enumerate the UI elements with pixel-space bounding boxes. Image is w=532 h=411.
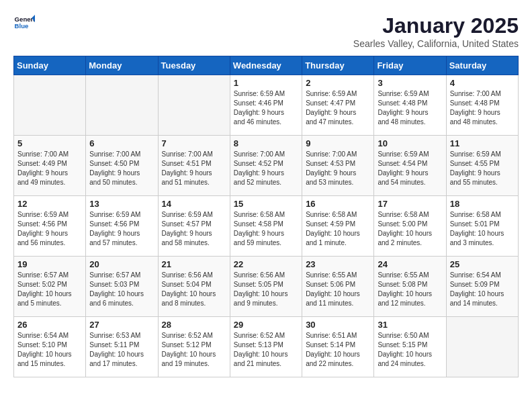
calendar-cell: 13Sunrise: 6:59 AM Sunset: 4:56 PM Dayli… (86, 196, 158, 257)
calendar-cell (14, 75, 86, 136)
day-info: Sunrise: 6:50 AM Sunset: 5:15 PM Dayligh… (378, 331, 442, 369)
day-info: Sunrise: 6:55 AM Sunset: 5:06 PM Dayligh… (306, 271, 370, 308)
calendar-cell: 20Sunrise: 6:57 AM Sunset: 5:03 PM Dayli… (86, 257, 158, 317)
calendar-cell: 24Sunrise: 6:55 AM Sunset: 5:08 PM Dayli… (374, 257, 446, 317)
day-number: 15 (234, 199, 298, 209)
calendar-cell: 3Sunrise: 6:59 AM Sunset: 4:48 PM Daylig… (374, 75, 446, 136)
page-header: General Blue January 2025 Searles Valley… (13, 13, 519, 49)
header-friday: Friday (374, 56, 446, 75)
calendar-cell: 28Sunrise: 6:52 AM Sunset: 5:12 PM Dayli… (158, 317, 230, 377)
day-info: Sunrise: 6:51 AM Sunset: 5:14 PM Dayligh… (306, 331, 370, 369)
calendar-cell: 11Sunrise: 6:59 AM Sunset: 4:55 PM Dayli… (446, 136, 518, 196)
calendar-cell (158, 75, 230, 136)
logo-icon: General Blue (13, 13, 35, 32)
calendar-header-row: SundayMondayTuesdayWednesdayThursdayFrid… (14, 56, 519, 75)
day-number: 20 (89, 259, 154, 269)
day-number: 21 (162, 259, 226, 269)
calendar-cell (446, 317, 518, 377)
day-number: 25 (450, 259, 515, 269)
calendar-cell: 19Sunrise: 6:57 AM Sunset: 5:02 PM Dayli… (14, 257, 86, 317)
day-info: Sunrise: 6:59 AM Sunset: 4:48 PM Dayligh… (378, 89, 442, 127)
calendar-cell: 14Sunrise: 6:59 AM Sunset: 4:57 PM Dayli… (158, 196, 230, 257)
day-number: 18 (450, 199, 515, 209)
day-info: Sunrise: 6:57 AM Sunset: 5:02 PM Dayligh… (17, 271, 82, 308)
day-info: Sunrise: 7:00 AM Sunset: 4:53 PM Dayligh… (306, 150, 370, 187)
day-number: 9 (306, 138, 370, 148)
day-info: Sunrise: 6:57 AM Sunset: 5:03 PM Dayligh… (89, 271, 154, 308)
day-number: 19 (17, 259, 82, 269)
day-number: 7 (162, 138, 226, 148)
calendar-week-row: 12Sunrise: 6:59 AM Sunset: 4:56 PM Dayli… (14, 196, 519, 257)
day-info: Sunrise: 6:53 AM Sunset: 5:11 PM Dayligh… (89, 331, 154, 369)
calendar-week-row: 1Sunrise: 6:59 AM Sunset: 4:46 PM Daylig… (14, 75, 519, 136)
day-info: Sunrise: 7:00 AM Sunset: 4:52 PM Dayligh… (234, 150, 298, 187)
calendar-cell: 4Sunrise: 7:00 AM Sunset: 4:48 PM Daylig… (446, 75, 518, 136)
calendar-cell: 12Sunrise: 6:59 AM Sunset: 4:56 PM Dayli… (14, 196, 86, 257)
day-info: Sunrise: 7:00 AM Sunset: 4:50 PM Dayligh… (89, 150, 154, 187)
day-number: 1 (234, 78, 298, 88)
calendar-cell: 5Sunrise: 7:00 AM Sunset: 4:49 PM Daylig… (14, 136, 86, 196)
title-block: January 2025 Searles Valley, California,… (353, 13, 519, 49)
day-info: Sunrise: 7:00 AM Sunset: 4:49 PM Dayligh… (17, 150, 82, 187)
day-number: 17 (378, 199, 442, 209)
calendar-cell: 21Sunrise: 6:56 AM Sunset: 5:04 PM Dayli… (158, 257, 230, 317)
day-info: Sunrise: 6:59 AM Sunset: 4:56 PM Dayligh… (17, 210, 82, 248)
header-thursday: Thursday (302, 56, 374, 75)
calendar-cell: 25Sunrise: 6:54 AM Sunset: 5:09 PM Dayli… (446, 257, 518, 317)
day-info: Sunrise: 6:54 AM Sunset: 5:09 PM Dayligh… (450, 271, 515, 308)
calendar-cell: 26Sunrise: 6:54 AM Sunset: 5:10 PM Dayli… (14, 317, 86, 377)
calendar-week-row: 5Sunrise: 7:00 AM Sunset: 4:49 PM Daylig… (14, 136, 519, 196)
day-number: 16 (306, 199, 370, 209)
day-number: 10 (378, 138, 442, 148)
day-number: 24 (378, 259, 442, 269)
day-number: 4 (450, 78, 515, 88)
day-number: 22 (234, 259, 298, 269)
calendar-cell: 30Sunrise: 6:51 AM Sunset: 5:14 PM Dayli… (302, 317, 374, 377)
calendar-cell: 18Sunrise: 6:58 AM Sunset: 5:01 PM Dayli… (446, 196, 518, 257)
calendar-cell: 31Sunrise: 6:50 AM Sunset: 5:15 PM Dayli… (374, 317, 446, 377)
day-number: 11 (450, 138, 515, 148)
day-info: Sunrise: 6:55 AM Sunset: 5:08 PM Dayligh… (378, 271, 442, 308)
day-info: Sunrise: 6:58 AM Sunset: 5:00 PM Dayligh… (378, 210, 442, 248)
svg-text:Blue: Blue (15, 22, 29, 30)
day-info: Sunrise: 6:59 AM Sunset: 4:56 PM Dayligh… (89, 210, 154, 248)
calendar-cell: 15Sunrise: 6:58 AM Sunset: 4:58 PM Dayli… (230, 196, 302, 257)
svg-text:General: General (15, 15, 35, 23)
day-number: 3 (378, 78, 442, 88)
calendar-cell: 8Sunrise: 7:00 AM Sunset: 4:52 PM Daylig… (230, 136, 302, 196)
header-wednesday: Wednesday (230, 56, 302, 75)
day-info: Sunrise: 6:58 AM Sunset: 5:01 PM Dayligh… (450, 210, 515, 248)
calendar-cell (86, 75, 158, 136)
day-info: Sunrise: 6:56 AM Sunset: 5:04 PM Dayligh… (162, 271, 226, 308)
day-info: Sunrise: 6:59 AM Sunset: 4:55 PM Dayligh… (450, 150, 515, 187)
day-info: Sunrise: 6:52 AM Sunset: 5:12 PM Dayligh… (162, 331, 226, 369)
calendar-week-row: 26Sunrise: 6:54 AM Sunset: 5:10 PM Dayli… (14, 317, 519, 377)
day-info: Sunrise: 6:59 AM Sunset: 4:57 PM Dayligh… (162, 210, 226, 248)
day-info: Sunrise: 7:00 AM Sunset: 4:48 PM Dayligh… (450, 89, 515, 127)
calendar-cell: 1Sunrise: 6:59 AM Sunset: 4:46 PM Daylig… (230, 75, 302, 136)
day-info: Sunrise: 7:00 AM Sunset: 4:51 PM Dayligh… (162, 150, 226, 187)
calendar-cell: 2Sunrise: 6:59 AM Sunset: 4:47 PM Daylig… (302, 75, 374, 136)
day-info: Sunrise: 6:58 AM Sunset: 4:59 PM Dayligh… (306, 210, 370, 248)
day-number: 29 (234, 320, 298, 330)
calendar-cell: 27Sunrise: 6:53 AM Sunset: 5:11 PM Dayli… (86, 317, 158, 377)
calendar-cell: 29Sunrise: 6:52 AM Sunset: 5:13 PM Dayli… (230, 317, 302, 377)
calendar-cell: 16Sunrise: 6:58 AM Sunset: 4:59 PM Dayli… (302, 196, 374, 257)
day-info: Sunrise: 6:58 AM Sunset: 4:58 PM Dayligh… (234, 210, 298, 248)
header-sunday: Sunday (14, 56, 86, 75)
calendar-cell: 7Sunrise: 7:00 AM Sunset: 4:51 PM Daylig… (158, 136, 230, 196)
day-info: Sunrise: 6:59 AM Sunset: 4:46 PM Dayligh… (234, 89, 298, 127)
day-number: 28 (162, 320, 226, 330)
day-number: 23 (306, 259, 370, 269)
calendar-cell: 6Sunrise: 7:00 AM Sunset: 4:50 PM Daylig… (86, 136, 158, 196)
day-info: Sunrise: 6:59 AM Sunset: 4:54 PM Dayligh… (378, 150, 442, 187)
day-info: Sunrise: 6:59 AM Sunset: 4:47 PM Dayligh… (306, 89, 370, 127)
logo: General Blue (13, 13, 35, 32)
day-number: 8 (234, 138, 298, 148)
day-info: Sunrise: 6:52 AM Sunset: 5:13 PM Dayligh… (234, 331, 298, 369)
day-info: Sunrise: 6:54 AM Sunset: 5:10 PM Dayligh… (17, 331, 82, 369)
calendar-week-row: 19Sunrise: 6:57 AM Sunset: 5:02 PM Dayli… (14, 257, 519, 317)
day-number: 5 (17, 138, 82, 148)
calendar-cell: 10Sunrise: 6:59 AM Sunset: 4:54 PM Dayli… (374, 136, 446, 196)
calendar-cell: 17Sunrise: 6:58 AM Sunset: 5:00 PM Dayli… (374, 196, 446, 257)
